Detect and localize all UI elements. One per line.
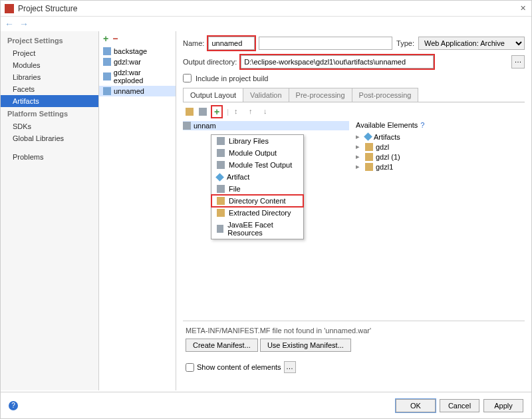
show-content-options-button[interactable]: … — [284, 361, 296, 373]
name-input-ext[interactable] — [259, 37, 392, 50]
titlebar: Project Structure ✕ — [1, 1, 531, 17]
artifact-content: Name: Type: Web Application: Archive Out… — [176, 31, 531, 390]
main-area: Project Settings Project Modules Librari… — [1, 31, 531, 390]
menu-module-test-output[interactable]: Module Test Output — [211, 159, 303, 171]
tab-validation[interactable]: Validation — [243, 88, 289, 102]
output-toolbar: + | ↕ ↑ ↓ — [183, 102, 525, 121]
menu-module-output[interactable]: Module Output — [211, 147, 303, 159]
add-content-icon[interactable]: + — [212, 106, 221, 117]
chevron-right-icon: ▸ — [356, 132, 362, 141]
artifact-icon — [215, 173, 224, 182]
window-title: Project Structure — [18, 4, 518, 13]
module-test-icon — [217, 161, 225, 169]
sidebar-item-artifacts[interactable]: Artifacts — [1, 95, 98, 107]
include-build-checkbox[interactable] — [183, 74, 192, 82]
sidebar-item-global-libraries[interactable]: Global Libraries — [1, 132, 98, 144]
artifact-list-panel: + − backstage gdzl:war gdzl:war exploded… — [99, 31, 176, 390]
folder-icon — [365, 143, 373, 151]
artifact-icon — [103, 47, 111, 55]
show-content-row: Show content of elements … — [183, 357, 525, 377]
chevron-right-icon: ▸ — [356, 162, 362, 171]
available-elements-panel: Available Elements ? ▸Artifacts ▸gdzl ▸g… — [349, 121, 493, 321]
tab-output-layout[interactable]: Output Layout — [183, 88, 243, 102]
include-build-label: Include in project build — [196, 74, 268, 82]
avail-gdzl[interactable]: ▸gdzl — [356, 142, 493, 152]
artifact-item-gdzl-war-exploded[interactable]: gdzl:war exploded — [99, 67, 176, 86]
tab-bar: Output Layout Validation Pre-processing … — [183, 88, 525, 102]
avail-artifacts[interactable]: ▸Artifacts — [356, 132, 493, 142]
forward-arrow-icon[interactable]: → — [19, 19, 29, 29]
sort-icon[interactable]: ↕ — [234, 107, 243, 116]
artifact-icon — [103, 58, 111, 66]
artifact-item-gdzl-war[interactable]: gdzl:war — [99, 57, 176, 67]
artifact-icon — [103, 87, 111, 95]
tab-pre-processing[interactable]: Pre-processing — [289, 88, 352, 102]
navbar: ← → — [1, 17, 531, 31]
type-select[interactable]: Web Application: Archive — [418, 37, 525, 50]
close-icon[interactable]: ✕ — [518, 4, 527, 13]
app-icon — [5, 4, 14, 13]
sidebar-item-problems[interactable]: Problems — [1, 151, 98, 163]
extracted-folder-icon — [217, 209, 225, 217]
name-input[interactable] — [208, 37, 255, 50]
tree-root-row[interactable]: unnam — [183, 121, 349, 130]
down-icon[interactable]: ↓ — [263, 107, 273, 116]
module-icon — [217, 149, 225, 157]
manifest-message: META-INF/MANIFEST.MF file not found in '… — [186, 327, 522, 335]
type-label: Type: — [396, 39, 414, 47]
javaee-icon — [217, 225, 223, 233]
help-button[interactable]: ? — [9, 401, 18, 410]
new-folder-icon[interactable] — [186, 108, 194, 116]
sidebar-item-modules[interactable]: Modules — [1, 59, 98, 71]
outdir-label: Output directory: — [183, 58, 237, 66]
apply-button[interactable]: Apply — [483, 399, 523, 412]
available-elements-label: Available Elements — [356, 121, 418, 129]
artifact-list-toolbar: + − — [99, 31, 176, 46]
show-content-checkbox[interactable] — [186, 363, 194, 372]
browse-outdir-button[interactable]: … — [511, 55, 525, 69]
chevron-right-icon: ▸ — [356, 142, 362, 151]
sidebar-item-libraries[interactable]: Libraries — [1, 71, 98, 83]
ok-button[interactable]: OK — [396, 399, 436, 412]
menu-artifact[interactable]: Artifact — [211, 171, 303, 183]
archive-icon — [183, 122, 191, 130]
add-artifact-icon[interactable]: + — [103, 33, 108, 44]
sidebar-item-project[interactable]: Project — [1, 47, 98, 59]
artifact-item-unnamed[interactable]: unnamed — [99, 86, 176, 96]
avail-gdzl-1[interactable]: ▸gdzl (1) — [356, 152, 493, 162]
show-content-label: Show content of elements — [197, 363, 281, 371]
menu-extracted-directory[interactable]: Extracted Directory — [211, 207, 303, 219]
cancel-button[interactable]: Cancel — [440, 399, 479, 412]
use-manifest-button[interactable]: Use Existing Manifest... — [260, 339, 351, 352]
output-layout-tree: unnam Library Files Module Output Module… — [183, 121, 349, 321]
folder-icon — [365, 153, 373, 161]
outdir-input[interactable] — [241, 55, 434, 69]
menu-library-files[interactable]: Library Files — [211, 135, 303, 147]
archive-icon[interactable] — [199, 108, 207, 116]
sidebar-section-platform: Platform Settings — [1, 107, 98, 120]
sidebar-item-sdks[interactable]: SDKs — [1, 120, 98, 132]
back-arrow-icon[interactable]: ← — [5, 19, 14, 29]
name-label: Name: — [183, 39, 204, 47]
avail-gdzl1[interactable]: ▸gdzl1 — [356, 162, 493, 172]
tab-post-processing[interactable]: Post-processing — [352, 88, 419, 102]
up-icon[interactable]: ↑ — [249, 107, 258, 116]
menu-file[interactable]: File — [211, 183, 303, 195]
menu-javaee-facet[interactable]: JavaEE Facet Resources — [211, 219, 303, 239]
menu-directory-content[interactable]: Directory Content — [211, 195, 303, 207]
file-icon — [217, 185, 225, 193]
create-manifest-button[interactable]: Create Manifest... — [186, 339, 258, 352]
sidebar-item-facets[interactable]: Facets — [1, 83, 98, 95]
artifact-item-backstage[interactable]: backstage — [99, 46, 176, 57]
manifest-bar: META-INF/MANIFEST.MF file not found in '… — [183, 321, 525, 357]
folder-icon — [365, 163, 373, 171]
artifact-icon — [103, 72, 111, 80]
add-content-popup: Library Files Module Output Module Test … — [211, 134, 304, 239]
help-icon[interactable]: ? — [420, 121, 424, 129]
settings-sidebar: Project Settings Project Modules Librari… — [1, 31, 99, 390]
folder-icon — [217, 197, 225, 205]
sidebar-section-project: Project Settings — [1, 34, 98, 47]
remove-artifact-icon[interactable]: − — [112, 33, 118, 44]
artifact-icon — [364, 132, 372, 141]
library-icon — [217, 137, 225, 145]
